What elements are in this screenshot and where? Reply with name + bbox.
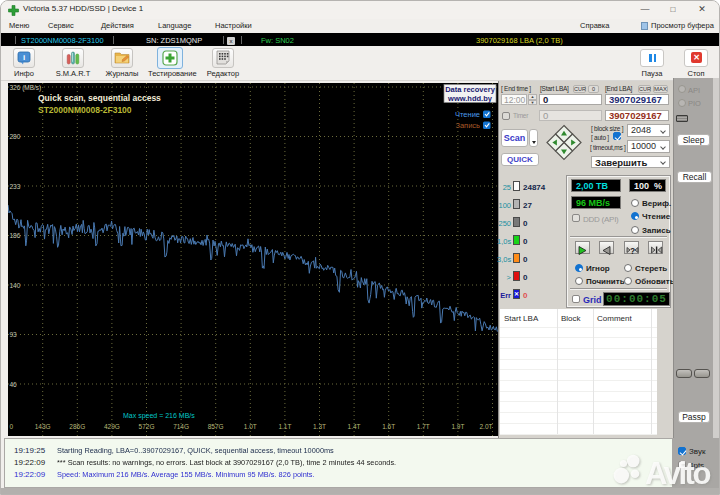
svg-text:93: 93 — [10, 331, 18, 338]
svg-text:i: i — [23, 53, 25, 62]
svg-text:326 (MB/s): 326 (MB/s) — [10, 84, 42, 92]
svg-text:714G: 714G — [173, 423, 189, 430]
svg-text:2.0T: 2.0T — [479, 423, 492, 430]
svg-text:1.3T: 1.3T — [313, 423, 326, 430]
svg-text:429G: 429G — [104, 423, 120, 430]
svg-text:186: 186 — [10, 232, 21, 239]
svg-text:?: ? — [630, 246, 635, 256]
svg-text:1.6T: 1.6T — [382, 423, 395, 430]
svg-text:0: 0 — [10, 423, 14, 430]
svg-text:857G: 857G — [208, 423, 224, 430]
svg-text:572G: 572G — [139, 423, 155, 430]
svg-text:280: 280 — [10, 133, 21, 140]
svg-text:Чтение: Чтение — [455, 110, 480, 119]
svg-text:1.0T: 1.0T — [244, 423, 257, 430]
svg-text:Max speed = 216 MB/s: Max speed = 216 MB/s — [123, 412, 195, 420]
svg-text:46: 46 — [10, 381, 18, 388]
svg-text:Запись: Запись — [455, 121, 480, 130]
svg-text:ST2000NM0008-2F3100: ST2000NM0008-2F3100 — [38, 105, 132, 115]
svg-text:1.1T: 1.1T — [278, 423, 291, 430]
svg-text:Quick scan, sequential access: Quick scan, sequential access — [38, 93, 161, 103]
svg-text:1.4T: 1.4T — [348, 423, 361, 430]
svg-text:233: 233 — [10, 183, 21, 190]
svg-text:www.hdd.by: www.hdd.by — [447, 94, 493, 103]
svg-text:143G: 143G — [35, 423, 51, 430]
svg-text:140: 140 — [10, 282, 21, 289]
svg-text:1.9T: 1.9T — [451, 423, 464, 430]
svg-text:286G: 286G — [69, 423, 85, 430]
svg-text:1.7T: 1.7T — [417, 423, 430, 430]
